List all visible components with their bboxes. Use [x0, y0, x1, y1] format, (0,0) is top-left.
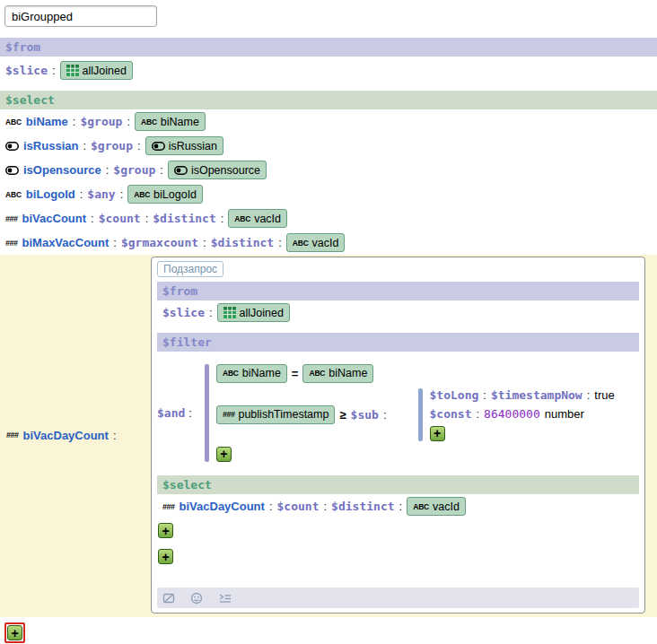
field-name[interactable]: biVacCount	[22, 212, 87, 225]
number-type-icon: ###	[6, 431, 19, 439]
query-name-input[interactable]	[4, 5, 157, 27]
string-type-icon: ABC	[141, 117, 157, 126]
field-name[interactable]: isOpensource	[23, 163, 101, 177]
console-list-icon[interactable]	[218, 593, 232, 604]
select-field-row: ABC biName : $group : ABC biName	[0, 109, 657, 134]
colon: :	[203, 236, 206, 249]
operator-keyword[interactable]: $count	[99, 212, 141, 225]
string-type-icon: ABC	[309, 369, 325, 378]
number-type-icon: ###	[5, 239, 18, 248]
column-chip[interactable]: ABC vacId	[228, 209, 287, 228]
gte-operator[interactable]: ≥	[339, 408, 346, 422]
colon: :	[73, 115, 76, 128]
field-name[interactable]: biLogoId	[26, 187, 75, 201]
add-output-field-button[interactable]: +	[7, 625, 22, 640]
chip-label: biName	[328, 367, 367, 379]
chip-label: publishTimestamp	[238, 408, 328, 421]
subquery-tab[interactable]: Подзапрос	[157, 261, 223, 277]
equals-operator[interactable]: =	[292, 367, 299, 380]
chip-label: isRussian	[169, 140, 217, 152]
sub-expression-group: $toLong : $timestampNow : true $const :	[418, 388, 615, 441]
select-field-row: ABC biLogoId : $any : ABC biLogoId	[0, 182, 657, 206]
column-chip[interactable]: ABC biName	[216, 364, 287, 383]
from-section-header: $from	[0, 38, 657, 57]
chip-label: vacId	[433, 500, 460, 513]
add-select-field-button[interactable]: +	[158, 523, 173, 538]
add-argument-button[interactable]: +	[430, 426, 445, 441]
string-type-icon: ABC	[5, 190, 22, 199]
column-chip[interactable]: isRussian	[145, 136, 223, 155]
chip-label: vacId	[312, 237, 339, 249]
tolong-keyword[interactable]: $toLong	[430, 388, 479, 402]
select-section-header: $select	[0, 91, 657, 109]
column-chip[interactable]: ### publishTimestamp	[216, 405, 336, 424]
sub-keyword[interactable]: $sub	[351, 408, 379, 422]
slice-table-chip[interactable]: allJoined	[60, 61, 133, 80]
field-name[interactable]: biMaxVacCount	[22, 236, 110, 249]
filter-condition-equals: ABC biName = ABC biName	[216, 364, 373, 383]
add-section-button[interactable]: +	[158, 549, 173, 564]
column-chip[interactable]: isOpensource	[168, 161, 267, 179]
field-name[interactable]: biVacDayCount	[180, 500, 265, 513]
top-bar	[0, 0, 657, 30]
chip-label: biLogoId	[153, 188, 197, 201]
bottom-bar: +	[0, 617, 657, 643]
slice-keyword[interactable]: $slice	[162, 306, 205, 319]
column-chip[interactable]: ABC vacId	[407, 497, 466, 516]
column-chip[interactable]: ABC biName	[302, 364, 373, 383]
subquery-field-label: ### biVacDayCount :	[0, 257, 151, 614]
colon: :	[145, 212, 149, 225]
subquery-toolbar	[157, 587, 639, 608]
operator-keyword[interactable]: $group	[80, 115, 122, 128]
timestampnow-keyword[interactable]: $timestampNow	[491, 388, 583, 402]
colon: :	[221, 212, 224, 225]
number-literal[interactable]: 86400000	[484, 407, 540, 421]
operator-keyword[interactable]: $any	[87, 187, 115, 201]
operator-keyword[interactable]: $count	[277, 500, 320, 513]
operator-keyword[interactable]: $group	[91, 139, 133, 152]
select-field-row: isOpensource : $group : isOpensource	[0, 158, 657, 182]
slice-keyword[interactable]: $slice	[5, 64, 48, 77]
chip-label: vacId	[254, 213, 281, 225]
colon: :	[120, 187, 124, 201]
column-chip[interactable]: ABC vacId	[286, 233, 346, 252]
add-condition-button[interactable]: +	[216, 447, 232, 462]
boolean-type-icon	[152, 142, 165, 151]
operator-keyword[interactable]: $group	[113, 163, 155, 177]
field-name[interactable]: biName	[26, 115, 68, 128]
const-keyword[interactable]: $const	[430, 407, 472, 421]
number-type-icon: ###	[162, 502, 175, 511]
number-type-icon: ###	[5, 214, 18, 223]
slash-box-icon[interactable]	[162, 592, 175, 605]
slice-table-chip[interactable]: allJoined	[217, 303, 290, 322]
colon: :	[476, 407, 479, 421]
smiley-icon[interactable]	[190, 592, 203, 605]
filter-condition-timestamp: ### publishTimestamp ≥ $sub : $toLong :	[216, 388, 615, 441]
field-name[interactable]: isRussian	[23, 139, 78, 152]
operator-keyword[interactable]: $grmaxcount	[121, 236, 198, 249]
boolean-type-icon	[5, 142, 19, 151]
select-field-row: isRussian : $group : isRussian	[0, 134, 657, 158]
panel-spacer	[157, 564, 639, 582]
colon: :	[80, 187, 83, 201]
colon: :	[160, 163, 163, 177]
colon: :	[188, 406, 192, 420]
column-chip[interactable]: ABC biLogoId	[127, 185, 203, 204]
group-body: ABC biName = ABC biName ### publishTimes…	[209, 364, 615, 462]
and-condition-group: ABC biName = ABC biName ### publishTimes…	[205, 364, 615, 462]
number-type-icon: ###	[223, 410, 235, 419]
colon: :	[323, 500, 327, 513]
string-type-icon: ABC	[134, 190, 150, 199]
subquery-from-header: $from	[157, 282, 639, 300]
field-name[interactable]: biVacDayCount	[23, 429, 109, 442]
column-chip[interactable]: ABC biName	[135, 112, 206, 131]
value-type-label[interactable]: number	[545, 407, 584, 421]
chip-label: allJoined	[240, 307, 284, 319]
and-keyword[interactable]: $and	[157, 406, 185, 420]
string-type-icon: ABC	[5, 117, 22, 126]
operator-keyword[interactable]: $distinct	[331, 500, 394, 513]
boolean-value[interactable]: true	[594, 388, 614, 402]
colon: :	[106, 163, 110, 177]
operator-keyword[interactable]: $distinct	[211, 236, 274, 249]
operator-keyword[interactable]: $distinct	[153, 212, 215, 225]
